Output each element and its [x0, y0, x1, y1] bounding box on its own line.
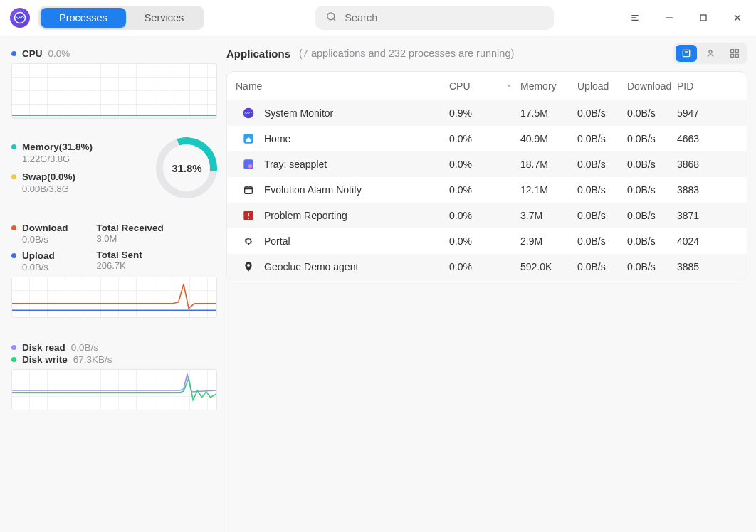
table-row[interactable]: System Monitor0.9%17.5M0.0B/s0.0B/s5947 [227, 100, 747, 126]
view-toggle-group [673, 43, 747, 64]
swap-detail: 0.00B/3.8G [22, 183, 149, 194]
window-controls [626, 9, 746, 26]
memory-dot-icon [11, 144, 16, 149]
workspace: CPU 0.0% Memory(31.8%) 1.22G/3.8G [0, 36, 756, 532]
table-row[interactable]: Home0.0%40.9M0.0B/s0.0B/s4663 [227, 126, 747, 151]
col-cpu[interactable]: CPU [449, 80, 520, 92]
view-users-button[interactable] [700, 45, 721, 62]
row-memory: 3.7M [520, 210, 577, 221]
close-button[interactable] [729, 9, 746, 26]
row-memory: 17.5M [520, 107, 577, 119]
disk-read-dot-icon [11, 345, 16, 350]
tab-services[interactable]: Services [126, 8, 203, 28]
titlebar: Processes Services [0, 0, 756, 36]
row-pid: 3883 [677, 184, 734, 196]
app-icon [241, 208, 256, 223]
chevron-down-icon [505, 80, 513, 92]
row-cpu: 0.0% [449, 184, 520, 196]
col-download[interactable]: Download [627, 80, 677, 92]
main-tabs: Processes Services [38, 6, 204, 30]
page-title: Applications [226, 48, 290, 60]
svg-rect-7 [731, 54, 734, 57]
search-box[interactable] [315, 6, 554, 30]
app-logo-icon [10, 8, 30, 28]
table-row[interactable]: Problem Reporting0.0%3.7M0.0B/s0.0B/s387… [227, 203, 747, 228]
row-download: 0.0B/s [627, 159, 677, 170]
row-name: System Monitor [264, 107, 333, 119]
svg-rect-8 [735, 54, 738, 57]
view-all-button[interactable] [724, 45, 745, 62]
download-label: Download [22, 223, 68, 233]
download-rate: 0.0B/s [22, 234, 68, 245]
total-sent-label: Total Sent [97, 250, 164, 260]
app-icon [241, 260, 256, 274]
main-panel: Applications (7 applications and 232 pro… [226, 36, 756, 532]
menu-button[interactable] [626, 9, 644, 26]
row-pid: 4663 [677, 133, 734, 144]
disk-read-rate: 0.0B/s [71, 342, 98, 353]
svg-point-4 [709, 50, 712, 53]
row-download: 0.0B/s [627, 235, 677, 247]
row-name: Evolution Alarm Notify [264, 184, 362, 196]
disk-read-label: Disk read [22, 342, 65, 353]
row-upload: 0.0B/s [577, 210, 627, 221]
maximize-button[interactable] [695, 9, 712, 26]
row-upload: 0.0B/s [577, 107, 627, 119]
cpu-graph [11, 63, 217, 119]
col-upload[interactable]: Upload [577, 80, 627, 92]
minimize-button[interactable] [661, 9, 678, 26]
app-icon [241, 234, 256, 248]
disk-write-label: Disk write [22, 354, 68, 365]
row-memory: 18.7M [520, 159, 577, 170]
memory-donut-label: 31.8% [172, 162, 202, 174]
row-name: Tray: seapplet [264, 159, 327, 170]
col-memory[interactable]: Memory [520, 80, 577, 92]
row-upload: 0.0B/s [577, 133, 627, 144]
row-download: 0.0B/s [627, 107, 677, 119]
row-name: Portal [264, 235, 290, 247]
table-row[interactable]: Evolution Alarm Notify0.0%12.1M0.0B/s0.0… [227, 177, 747, 203]
upload-label: Upload [22, 250, 55, 261]
memory-donut-icon: 31.8% [148, 129, 225, 206]
table-row[interactable]: Portal0.0%2.9M0.0B/s0.0B/s4024 [227, 228, 747, 254]
row-cpu: 0.0% [449, 261, 520, 272]
app-icon [241, 132, 256, 146]
total-received-value: 3.0M [97, 233, 164, 244]
row-upload: 0.0B/s [577, 261, 627, 272]
app-icon [241, 106, 256, 120]
memory-block: Memory(31.8%) 1.22G/3.8G Swap(0.0%) 0.00… [11, 137, 217, 198]
cpu-block: CPU 0.0% [11, 48, 217, 119]
cpu-label: CPU [22, 48, 43, 59]
svg-rect-3 [683, 50, 689, 56]
svg-rect-2 [700, 15, 706, 21]
process-table: Name CPU Memory Upload Download PID Syst… [226, 71, 747, 280]
download-dot-icon [11, 225, 16, 230]
col-name[interactable]: Name [236, 80, 449, 92]
row-memory: 592.0K [520, 261, 577, 272]
cpu-value: 0.0% [48, 48, 70, 59]
col-pid[interactable]: PID [677, 80, 734, 92]
row-download: 0.0B/s [627, 133, 677, 144]
row-cpu: 0.0% [449, 235, 520, 247]
row-upload: 0.0B/s [577, 235, 627, 247]
svg-rect-11 [243, 159, 253, 169]
table-row[interactable]: Tray: seapplet0.0%18.7M0.0B/s0.0B/s3868 [227, 151, 747, 177]
svg-point-12 [248, 164, 252, 168]
row-cpu: 0.0% [449, 159, 520, 170]
table-header: Name CPU Memory Upload Download PID [227, 72, 747, 100]
svg-rect-5 [731, 50, 734, 53]
swap-dot-icon [11, 174, 16, 179]
disk-write-rate: 67.3KB/s [73, 354, 112, 365]
search-input[interactable] [345, 12, 544, 23]
table-row[interactable]: Geoclue Demo agent0.0%592.0K0.0B/s0.0B/s… [227, 254, 747, 280]
swap-label: Swap(0.0%) [22, 171, 75, 182]
memory-label: Memory(31.8%) [22, 142, 93, 152]
svg-point-15 [248, 218, 249, 219]
row-upload: 0.0B/s [577, 184, 627, 196]
row-cpu: 0.0% [449, 133, 520, 144]
upload-dot-icon [11, 253, 16, 258]
row-download: 0.0B/s [627, 261, 677, 272]
disk-graph [11, 369, 217, 410]
tab-processes[interactable]: Processes [41, 8, 126, 28]
view-applications-button[interactable] [676, 45, 697, 62]
